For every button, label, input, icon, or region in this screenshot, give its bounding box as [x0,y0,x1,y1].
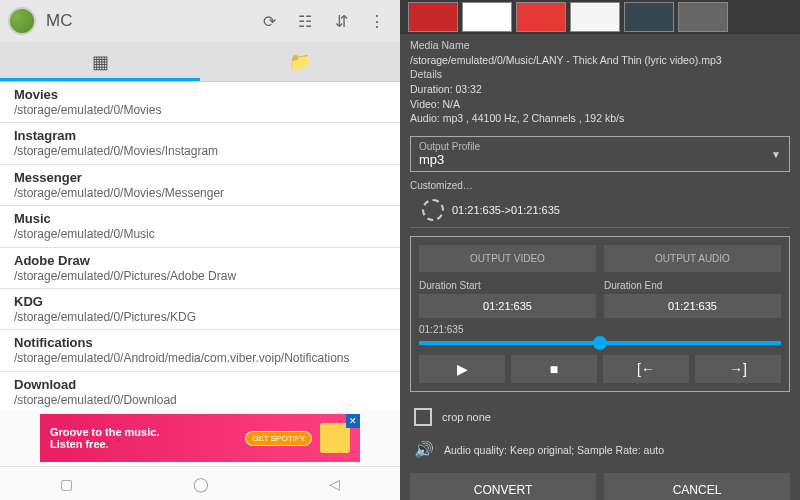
folder-name: Notifications [14,335,386,350]
mark-out-button[interactable]: →] [695,355,781,383]
folder-item[interactable]: Movies/storage/emulated/0/Movies [0,82,400,123]
folder-item[interactable]: Adobe Draw/storage/emulated/0/Pictures/A… [0,248,400,289]
folder-path: /storage/emulated/0/Pictures/KDG [14,310,386,324]
output-profile-select[interactable]: Output Profile mp3 ▼ [410,136,790,172]
folder-path: /storage/emulated/0/Movies/Messenger [14,186,386,200]
profile-value: mp3 [419,152,781,167]
convert-button[interactable]: CONVERT [410,473,596,500]
crop-icon [414,408,432,426]
ad-banner[interactable]: Groove to the music. Listen free. GET SP… [40,414,360,462]
audio-quality-text: Audio quality: Keep original; Sample Rat… [444,444,664,456]
folder-item[interactable]: Messenger/storage/emulated/0/Movies/Mess… [0,165,400,206]
tab-bar: ▦ 📁 [0,42,400,82]
thumbnail[interactable] [462,2,512,32]
folder-path: /storage/emulated/0/Music [14,227,386,241]
folder-name: Music [14,211,386,226]
cancel-button[interactable]: CANCEL [604,473,790,500]
ad-cta-button[interactable]: GET SPOTIFY [245,431,312,446]
tab-folder[interactable]: 📁 [200,42,400,81]
sort-icon[interactable]: ⇵ [326,6,356,36]
ad-line1: Groove to the music. [50,426,159,438]
thumbnail[interactable] [516,2,566,32]
folder-name: Adobe Draw [14,253,386,268]
thumbnail[interactable] [624,2,674,32]
media-info: Media Name /storage/emulated/0/Music/LAN… [400,34,800,130]
audio-quality-row[interactable]: 🔊 Audio quality: Keep original; Sample R… [400,434,800,465]
media-name-label: Media Name [410,38,790,53]
dropdown-arrow-icon: ▼ [771,149,781,160]
profile-label: Output Profile [419,141,781,152]
output-settings-box: OUTPUT VIDEO OUTPUT AUDIO Duration Start… [410,236,790,392]
stop-button[interactable]: ■ [511,355,597,383]
nav-recent-icon[interactable]: ▢ [60,476,73,492]
app-logo-icon [8,7,36,35]
duration-start-value[interactable]: 01:21:635 [419,294,596,318]
nav-back-icon[interactable]: ◁ [329,476,340,492]
thumbnail[interactable] [570,2,620,32]
duration-end-label: Duration End [604,280,781,291]
folder-item[interactable]: Music/storage/emulated/0/Music [0,206,400,247]
folder-list[interactable]: Movies/storage/emulated/0/MoviesInstagra… [0,82,400,410]
folder-name: Movies [14,87,386,102]
ad-close-icon[interactable]: ✕ [346,414,360,428]
slider-time-label: 01:21:635 [419,324,781,335]
folder-name: KDG [14,294,386,309]
video-text: Video: N/A [410,97,790,112]
folder-name: Download [14,377,386,392]
folder-name: Instagram [14,128,386,143]
time-icon [422,199,444,221]
output-audio-tab[interactable]: OUTPUT AUDIO [604,245,781,272]
play-button[interactable]: ▶ [419,355,505,383]
toolbar: MC ⟳ ☷ ⇵ ⋮ [0,0,400,42]
folder-item[interactable]: Download/storage/emulated/0/Download [0,372,400,410]
customized-link[interactable]: Customized… [400,178,800,193]
overflow-icon[interactable]: ⋮ [362,6,392,36]
duration-text: Duration: 03:32 [410,82,790,97]
nav-bar: ▢ ◯ ◁ [0,466,400,500]
folder-item[interactable]: Notifications/storage/emulated/0/Android… [0,330,400,371]
speaker-icon: 🔊 [414,440,434,459]
folder-path: /storage/emulated/0/Android/media/com.vi… [14,351,386,365]
folder-name: Messenger [14,170,386,185]
folder-item[interactable]: KDG/storage/emulated/0/Pictures/KDG [0,289,400,330]
folder-path: /storage/emulated/0/Pictures/Adobe Draw [14,269,386,283]
crop-row[interactable]: crop none [400,400,800,434]
refresh-icon[interactable]: ⟳ [254,6,284,36]
output-video-tab[interactable]: OUTPUT VIDEO [419,245,596,272]
ad-line2: Listen free. [50,438,159,450]
nav-home-icon[interactable]: ◯ [193,476,209,492]
folder-item[interactable]: Instagram/storage/emulated/0/Movies/Inst… [0,123,400,164]
duration-start-label: Duration Start [419,280,596,291]
mark-in-button[interactable]: [← [603,355,689,383]
tab-video[interactable]: ▦ [0,42,200,81]
crop-text: crop none [442,411,491,423]
folder-path: /storage/emulated/0/Download [14,393,386,407]
thumbnail-strip[interactable] [400,0,800,34]
details-label: Details [410,67,790,82]
thumbnail[interactable] [408,2,458,32]
time-range-row[interactable]: 01:21:635->01:21:635 [410,193,790,228]
folder-path: /storage/emulated/0/Movies/Instagram [14,144,386,158]
folder-path: /storage/emulated/0/Movies [14,103,386,117]
time-slider[interactable] [419,341,781,345]
list-icon[interactable]: ☷ [290,6,320,36]
thumbnail[interactable] [678,2,728,32]
time-range-text: 01:21:635->01:21:635 [452,204,560,216]
audio-text: Audio: mp3 , 44100 Hz, 2 Channels , 192 … [410,111,790,126]
app-title: MC [46,11,248,31]
duration-end-value[interactable]: 01:21:635 [604,294,781,318]
media-path: /storage/emulated/0/Music/LANY - Thick A… [410,53,790,68]
